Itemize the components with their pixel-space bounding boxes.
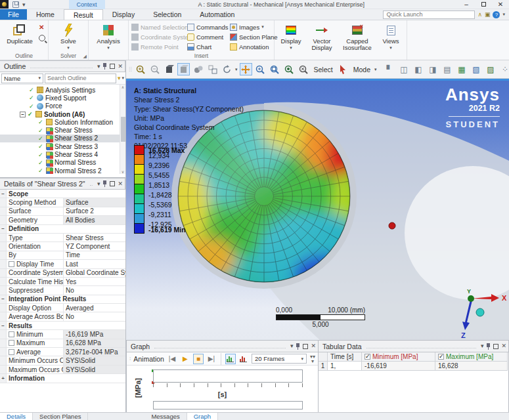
tab-result[interactable]: Result bbox=[64, 9, 103, 20]
views-button[interactable]: Views ▾ bbox=[378, 22, 404, 52]
tab-file[interactable]: File bbox=[0, 9, 27, 20]
close-button[interactable]: ✕ bbox=[492, 0, 509, 9]
collapse-ribbon-icon[interactable]: ∧ bbox=[477, 11, 482, 18]
section-plane-button[interactable]: Section Plane bbox=[230, 32, 277, 41]
graph-maximize-icon[interactable] bbox=[303, 344, 308, 349]
mode-dropdown-icon[interactable]: ▾ bbox=[374, 68, 377, 72]
outline-pin-icon[interactable] bbox=[102, 63, 107, 70]
section-expander-icon[interactable]: − bbox=[0, 190, 7, 198]
app-icon[interactable] bbox=[0, 0, 9, 9]
geometry-viewport[interactable]: X Z Y A: Static Structural Shear Stress … bbox=[126, 79, 509, 340]
minimum-checkbox[interactable] bbox=[365, 354, 370, 360]
details-property-row[interactable]: SurfaceSurface 2 bbox=[0, 207, 125, 216]
details-section-header[interactable]: −Results bbox=[0, 322, 125, 330]
tree-item-analysis-settings[interactable]: ✓Analysis Settings bbox=[0, 86, 125, 94]
box-zoom-icon[interactable] bbox=[269, 63, 281, 75]
property-value[interactable]: SYS\Solid bbox=[63, 366, 125, 373]
duplicate-button[interactable]: Duplicate bbox=[3, 22, 37, 52]
tree-item-shear-stress-2[interactable]: ✓Shear Stress 2 bbox=[0, 135, 125, 142]
graph-pin-icon[interactable] bbox=[296, 343, 300, 350]
capped-isosurface-button[interactable]: Capped Isosurface bbox=[339, 22, 376, 52]
export-icon[interactable]: ▣ bbox=[485, 11, 491, 18]
details-section-header[interactable]: −Definition bbox=[0, 225, 125, 234]
first-frame-icon[interactable]: |◀ bbox=[167, 354, 177, 364]
save-icon[interactable] bbox=[12, 1, 19, 8]
play-icon[interactable]: ▶ bbox=[180, 354, 190, 364]
tab-selection[interactable]: Selection bbox=[144, 9, 190, 20]
details-property-row[interactable]: Minimum-16,619 MPa bbox=[0, 330, 125, 339]
details-property-row[interactable]: Coordinate SystemGlobal Coordinate Sys..… bbox=[0, 269, 125, 278]
commands-button[interactable]: Commands bbox=[187, 22, 228, 32]
details-property-row[interactable]: TypeShear Stress bbox=[0, 234, 125, 242]
tree-item-normal-stress-2[interactable]: ✓Normal Stress 2 bbox=[0, 167, 125, 174]
details-close-icon[interactable]: ✕ bbox=[118, 181, 123, 187]
stop-icon[interactable]: ■ bbox=[193, 354, 204, 364]
details-maximize-icon[interactable] bbox=[110, 181, 115, 186]
delete-button[interactable]: ✕ bbox=[39, 22, 45, 32]
tab-home[interactable]: Home bbox=[27, 9, 64, 20]
tree-item-solution[interactable]: −✓Solution (A6) bbox=[0, 110, 125, 118]
help-icon[interactable]: ? bbox=[493, 11, 500, 18]
scrollbar-thumb[interactable] bbox=[121, 117, 125, 142]
maximum-column-header[interactable]: Maximum [MPa] bbox=[435, 352, 508, 362]
details-property-row[interactable]: Calculate Time HistoryYes bbox=[0, 278, 125, 286]
section-expander-icon[interactable]: − bbox=[0, 322, 7, 329]
select-mode-icon[interactable]: ▤ bbox=[441, 63, 454, 75]
vector-display-button[interactable]: Vector Display bbox=[307, 22, 337, 52]
mode-label[interactable]: Mode bbox=[351, 66, 372, 74]
toolbar-drag-handle[interactable]: ⁞⁞ bbox=[129, 66, 132, 73]
property-value[interactable]: Last bbox=[63, 260, 125, 268]
property-value[interactable]: Surface 2 bbox=[63, 207, 125, 215]
time-column-header[interactable]: Time [s] bbox=[328, 352, 362, 362]
maximize-button[interactable] bbox=[475, 0, 492, 9]
details-dropdown-icon[interactable]: ▾ bbox=[97, 181, 100, 187]
tabular-dropdown-icon[interactable]: ▾ bbox=[481, 343, 484, 349]
tab-details[interactable]: Details bbox=[0, 413, 33, 420]
details-property-row[interactable]: Average Across BodiesNo bbox=[0, 312, 125, 321]
quick-access-dropdown-icon[interactable]: ▾ bbox=[22, 1, 26, 8]
property-value[interactable]: Averaged bbox=[63, 304, 125, 312]
property-value[interactable]: Yes bbox=[63, 278, 125, 285]
property-value[interactable]: All Bodies bbox=[63, 216, 125, 224]
details-property-row[interactable]: Maximum16,628 MPa bbox=[0, 339, 125, 348]
zoom-in-tool-icon[interactable] bbox=[134, 63, 146, 75]
graph-close-icon[interactable]: ✕ bbox=[311, 343, 316, 349]
details-section-header[interactable]: +Information bbox=[0, 374, 125, 383]
shaded-exterior-icon[interactable] bbox=[177, 63, 190, 75]
zoom-plus-icon[interactable] bbox=[254, 63, 267, 75]
box-zoom-grid-icon[interactable] bbox=[206, 63, 219, 75]
analysis-button[interactable]: Analysis ▾ bbox=[91, 22, 125, 52]
time-slider-track[interactable] bbox=[153, 401, 303, 410]
face-select-icon[interactable]: ◧ bbox=[412, 63, 425, 75]
expand-options-icon[interactable]: ▾ bbox=[118, 75, 121, 81]
property-value[interactable]: Surface bbox=[63, 198, 125, 206]
comment-button[interactable]: Comment bbox=[187, 32, 228, 41]
pan-tool-icon[interactable] bbox=[240, 63, 252, 75]
display-button[interactable]: Display ▾ bbox=[277, 22, 305, 52]
tab-graph[interactable]: Graph bbox=[187, 413, 218, 420]
zoom-selection-icon[interactable] bbox=[298, 63, 310, 75]
zoom-fit-icon[interactable] bbox=[283, 63, 296, 75]
details-section-header[interactable]: −Scope bbox=[0, 190, 125, 198]
iso-view-icon[interactable] bbox=[163, 63, 175, 75]
images-button[interactable]: Images▾ bbox=[230, 22, 277, 32]
outline-close-icon[interactable]: ✕ bbox=[118, 64, 123, 70]
frames-select[interactable]: 20 Frames▾ bbox=[252, 354, 307, 364]
convert-selection-icon[interactable]: ▨ bbox=[485, 63, 497, 75]
details-property-row[interactable]: Minimum Occurs OnSYS\Solid bbox=[0, 356, 125, 365]
graph-drag-handle[interactable]: ⁞ bbox=[129, 356, 131, 362]
details-property-row[interactable]: Maximum Occurs OnSYS\Solid bbox=[0, 366, 125, 374]
property-value[interactable]: YZ Component bbox=[63, 242, 125, 250]
filter-more-icon[interactable]: ▾ bbox=[122, 76, 124, 80]
outline-maximize-icon[interactable] bbox=[110, 64, 115, 69]
details-pin-icon[interactable] bbox=[102, 180, 107, 187]
tree-item-shear-stress-3[interactable]: ✓Shear Stress 3 bbox=[0, 142, 125, 150]
outline-dropdown-icon[interactable]: ▾ bbox=[97, 64, 100, 70]
timeline-distribution-icon[interactable] bbox=[238, 354, 249, 364]
tree-item-normal-stress[interactable]: ✓Normal Stress bbox=[0, 159, 125, 167]
details-property-row[interactable]: ByTime bbox=[0, 251, 125, 260]
tabular-maximize-icon[interactable] bbox=[493, 344, 498, 349]
property-value[interactable]: 3,2671e-004 MPa bbox=[63, 348, 125, 356]
property-checkbox[interactable] bbox=[9, 349, 14, 355]
details-property-row[interactable]: OrientationYZ Component bbox=[0, 242, 125, 251]
